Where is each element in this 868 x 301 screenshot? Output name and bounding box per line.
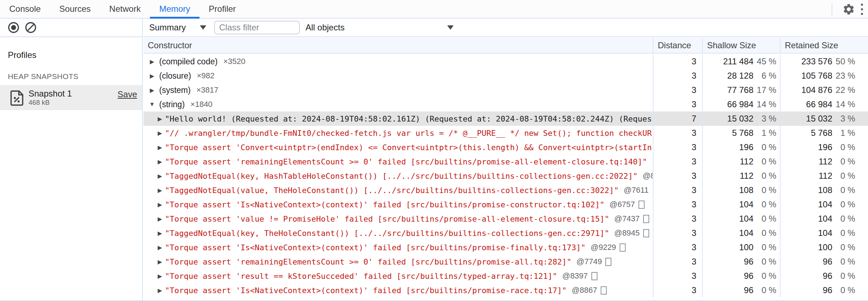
- triangle-right-icon[interactable]: ▶: [156, 216, 164, 222]
- triangle-right-icon[interactable]: ▶: [156, 187, 164, 194]
- table-row[interactable]: ▶(compiled code)×35203211 48445 %233 576…: [143, 54, 868, 69]
- triangle-right-icon[interactable]: ▶: [156, 230, 164, 237]
- table-row[interactable]: ▶(system)×3817377 76817 %104 87622 %: [143, 83, 868, 97]
- retained-size-value: 66 984: [781, 99, 832, 109]
- shallow-size-cell: 211 48445 %: [702, 54, 780, 69]
- snapshot-item[interactable]: Snapshot 1 468 kB Save: [0, 85, 142, 110]
- constructor-cell: ▶(closure)×982: [143, 69, 653, 83]
- tab-sources[interactable]: Sources: [50, 0, 100, 18]
- perspective-select[interactable]: Summary: [149, 23, 206, 33]
- constructor-cell: ▼(string)×1840: [143, 97, 653, 112]
- triangle-right-icon[interactable]: ▶: [156, 173, 164, 179]
- constructor-name: (system): [159, 85, 191, 95]
- instance-count: ×3520: [223, 57, 246, 66]
- triangle-right-icon[interactable]: ▶: [156, 244, 164, 251]
- table-row[interactable]: ▶"Torque assert 'remainingElementsCount …: [143, 154, 868, 169]
- shallow-size-value: 104: [703, 228, 753, 238]
- triangle-right-icon[interactable]: ▶: [156, 144, 164, 151]
- shallow-size-value: 15 032: [703, 114, 753, 124]
- constructor-name: (closure): [159, 71, 191, 81]
- triangle-down-icon[interactable]: ▼: [148, 101, 156, 108]
- table-row[interactable]: ▶"TaggedNotEqual(key, HashTableHoleConst…: [143, 169, 868, 183]
- triangle-right-icon[interactable]: ▶: [156, 258, 164, 265]
- table-row[interactable]: ▶"Torque assert 'Is<NativeContext>(conte…: [143, 240, 868, 255]
- column-header-distance[interactable]: Distance: [653, 38, 702, 53]
- tab-profiler[interactable]: Profiler: [200, 0, 245, 18]
- shallow-size-percent: 1 %: [753, 128, 776, 138]
- retained-size-value: 96: [781, 271, 832, 281]
- distance-cell: 3: [653, 69, 702, 83]
- triangle-right-icon[interactable]: ▶: [148, 73, 156, 79]
- retained-size-value: 108: [781, 185, 832, 195]
- tab-memory[interactable]: Memory: [150, 0, 200, 18]
- distance-cell: 3: [653, 226, 702, 240]
- constructor-name: "Torque assert 'Is<NativeContext>(contex…: [165, 243, 586, 252]
- table-row[interactable]: ▶"Hello world! (Requested at: 2024-08-19…: [143, 112, 868, 126]
- triangle-right-icon[interactable]: ▶: [148, 58, 156, 65]
- retained-size-value: 96: [781, 285, 832, 295]
- triangle-right-icon[interactable]: ▶: [156, 273, 164, 280]
- shallow-size-value: 96: [703, 271, 753, 281]
- table-row[interactable]: ▼(string)×1840366 98414 %66 98414 %: [143, 97, 868, 112]
- triangle-right-icon[interactable]: ▶: [156, 130, 164, 137]
- more-options-icon[interactable]: [861, 4, 863, 15]
- record-heap-snapshot-icon[interactable]: [6, 20, 21, 35]
- shallow-size-percent: 0 %: [753, 285, 776, 295]
- settings-gear-icon[interactable]: [840, 1, 857, 18]
- retained-size-value: 104: [781, 228, 832, 238]
- shallow-size-cell: 15 0323 %: [702, 112, 780, 126]
- class-filter-input[interactable]: [214, 21, 300, 34]
- object-scope-select[interactable]: All objects: [306, 23, 457, 33]
- table-row[interactable]: ▶"Torque assert 'Is<NativeContext>(conte…: [143, 283, 868, 297]
- table-row[interactable]: ▶"TaggedNotEqual(key, TheHoleConstant())…: [143, 226, 868, 240]
- column-header-retained-size[interactable]: Retained Size: [780, 38, 868, 53]
- table-row[interactable]: ▶"TaggedNotEqual(value, TheHoleConstant(…: [143, 183, 868, 197]
- triangle-right-icon[interactable]: ▶: [156, 287, 164, 294]
- shallow-size-percent: 0 %: [753, 242, 776, 252]
- table-row[interactable]: ▶"// .wrangler/tmp/bundle-FmNIt0/checked…: [143, 126, 868, 140]
- table-row[interactable]: ▶"Torque assert 'result == kStoreSuccede…: [143, 269, 868, 283]
- object-id: @7749: [576, 257, 602, 266]
- table-row[interactable]: ▶"Torque assert 'value != PromiseHole' f…: [143, 212, 868, 226]
- tab-console[interactable]: Console: [0, 0, 50, 18]
- distance-cell: 3: [653, 54, 702, 69]
- table-row[interactable]: ▶"Torque assert 'remainingElementsCount …: [143, 255, 868, 269]
- retained-size-value: 5 768: [781, 128, 832, 138]
- table-row[interactable]: ▶(closure)×982328 1286 %105 76823 %: [143, 69, 868, 83]
- shallow-size-cell: 960 %: [702, 283, 780, 297]
- retained-size-cell: 104 87622 %: [780, 83, 868, 97]
- shallow-size-percent: 0 %: [753, 228, 776, 238]
- retained-size-cell: 1040 %: [780, 197, 868, 212]
- retained-size-percent: 0 %: [832, 271, 855, 281]
- column-header-constructor[interactable]: Constructor: [143, 38, 653, 53]
- shallow-size-percent: 0 %: [753, 142, 776, 152]
- triangle-right-icon[interactable]: ▶: [156, 115, 164, 122]
- shallow-size-cell: 66 98414 %: [702, 97, 780, 112]
- triangle-right-icon[interactable]: ▶: [148, 87, 156, 94]
- save-snapshot-link[interactable]: Save: [117, 89, 137, 99]
- object-id: @8945: [614, 228, 640, 238]
- retained-size-cell: 1080 %: [780, 183, 868, 197]
- heap-table: Constructor Distance Shallow Size Retain…: [143, 38, 868, 301]
- column-header-shallow-size[interactable]: Shallow Size: [702, 38, 780, 53]
- table-row[interactable]: ▶"Torque assert 'Is<NativeContext>(conte…: [143, 197, 868, 212]
- table-row[interactable]: ▶"Torque assert 'Convert<uintptr>(endInd…: [143, 140, 868, 154]
- constructor-name: "Torque assert 'Is<NativeContext>(contex…: [165, 200, 605, 209]
- shallow-size-cell: 1120 %: [702, 154, 780, 169]
- clear-profiles-icon[interactable]: [23, 20, 39, 35]
- tab-network[interactable]: Network: [100, 0, 150, 18]
- heap-snapshots-header: HEAP SNAPSHOTS: [0, 60, 142, 85]
- tab-bar-right: [832, 0, 868, 19]
- retained-size-cell: 1040 %: [780, 212, 868, 226]
- retained-size-cell: 960 %: [780, 255, 868, 269]
- shallow-size-cell: 5 7681 %: [702, 126, 780, 140]
- retained-size-value: 196: [781, 142, 832, 152]
- triangle-right-icon[interactable]: ▶: [156, 201, 164, 208]
- heap-snapshot-icon: [10, 89, 25, 106]
- triangle-right-icon[interactable]: ▶: [156, 158, 164, 165]
- profiles-label: Profiles: [0, 37, 142, 60]
- constructor-cell: ▶"TaggedNotEqual(key, HashTableHoleConst…: [143, 169, 653, 183]
- distance-cell: 3: [653, 140, 702, 154]
- tab-bar: ConsoleSourcesNetworkMemoryProfiler: [0, 0, 868, 19]
- shallow-size-cell: 28 1286 %: [702, 69, 780, 83]
